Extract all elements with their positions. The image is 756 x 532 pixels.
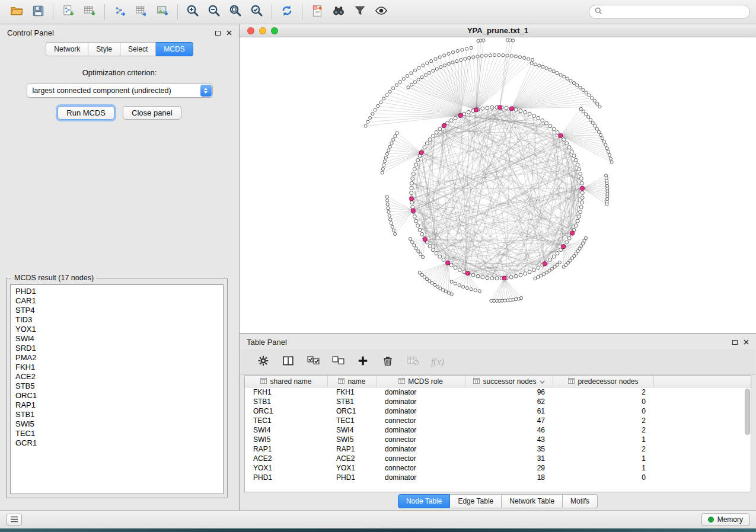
- mcds-result-item[interactable]: RAP1: [11, 400, 223, 410]
- apply-layout-icon: [280, 4, 294, 20]
- apply-layout-button[interactable]: [276, 3, 298, 21]
- mcds-result-item[interactable]: FKH1: [11, 363, 223, 372]
- table-cell: 61: [465, 406, 553, 416]
- tab-select[interactable]: Select: [120, 42, 156, 56]
- table-row[interactable]: ACE2ACE2connector311: [245, 454, 751, 463]
- export-image-button[interactable]: [152, 3, 173, 21]
- optimization-criterion-select[interactable]: largest connected component (undirected): [27, 84, 213, 98]
- float-panel-icon[interactable]: [215, 31, 221, 36]
- mcds-result-item[interactable]: STB1: [11, 410, 223, 419]
- close-table-panel-icon[interactable]: [744, 338, 749, 347]
- mcds-result-item[interactable]: SRD1: [11, 344, 223, 353]
- mcds-result-item[interactable]: SWI4: [11, 334, 223, 344]
- add-row-button[interactable]: [352, 353, 374, 371]
- save-session-button[interactable]: [27, 3, 49, 21]
- table-scrollbar-thumb[interactable]: [745, 389, 750, 435]
- zoom-fit-icon: [229, 4, 242, 20]
- network-view[interactable]: [240, 37, 756, 333]
- tab-motifs[interactable]: Motifs: [563, 494, 598, 508]
- filter-button[interactable]: [349, 3, 371, 21]
- table-row[interactable]: TEC1TEC1connector472: [245, 416, 751, 425]
- control-panel: Control Panel NetworkStyleSelectMCDS Opt…: [0, 24, 240, 510]
- memory-status-icon: [708, 517, 714, 523]
- export-table-button[interactable]: [130, 3, 152, 21]
- close-panel-button[interactable]: Close panel: [123, 106, 181, 120]
- mcds-result-item[interactable]: PHD1: [11, 287, 223, 296]
- column-header-successor-nodes[interactable]: successor nodes: [465, 376, 553, 387]
- zoom-fit-button[interactable]: [225, 3, 246, 21]
- hide-columns-button[interactable]: [401, 353, 424, 371]
- deselect-all-button[interactable]: [327, 353, 349, 371]
- delete-rows-button[interactable]: [377, 353, 399, 371]
- zoom-out-button[interactable]: [203, 3, 225, 21]
- mcds-result-item[interactable]: TID3: [11, 315, 223, 325]
- mcds-result-item[interactable]: PMA2: [11, 353, 223, 363]
- table-cell: 1: [553, 435, 654, 444]
- tab-node-table[interactable]: Node Table: [398, 494, 451, 508]
- table-settings-button[interactable]: [252, 353, 275, 371]
- mcds-result-item[interactable]: STB5: [11, 382, 223, 391]
- table-row[interactable]: STB1STB1dominator620: [245, 397, 751, 406]
- sort-table-icon: [338, 377, 344, 386]
- select-all-icon: [307, 354, 320, 369]
- tab-style[interactable]: Style: [88, 42, 120, 56]
- show-hide-eye-button[interactable]: [371, 3, 392, 21]
- close-panel-icon[interactable]: [227, 28, 232, 37]
- apply-function-button[interactable]: f(x): [426, 353, 449, 371]
- mcds-result-list[interactable]: PHD1CAR1STP4TID3YOX1SWI4SRD1PMA2FKH1ACE2…: [10, 284, 224, 494]
- toolbar-separator: [272, 4, 272, 20]
- mcds-result-item[interactable]: ACE2: [11, 372, 223, 382]
- export-document-button[interactable]: [307, 3, 328, 21]
- float-table-panel-icon[interactable]: [732, 340, 738, 345]
- import-table-button[interactable]: [79, 3, 100, 21]
- column-header-shared-name[interactable]: shared name: [245, 376, 328, 387]
- zoom-in-button[interactable]: [182, 3, 203, 21]
- mcds-result-item[interactable]: STP4: [11, 306, 223, 315]
- table-cell: YOX1: [328, 463, 377, 473]
- tab-mcds[interactable]: MCDS: [156, 42, 193, 56]
- add-row-icon: [357, 355, 369, 369]
- search-box[interactable]: [589, 5, 750, 19]
- table-cell: dominator: [377, 397, 465, 406]
- node-table-header: shared namenameMCDS rolesuccessor nodesp…: [245, 376, 751, 387]
- table-cell: ORC1: [328, 406, 377, 416]
- mcds-result-title: MCDS result (17 nodes): [11, 274, 97, 282]
- table-cell-filler: [654, 416, 751, 425]
- tab-network[interactable]: Network: [46, 42, 88, 56]
- mcds-result-item[interactable]: YOX1: [11, 325, 223, 334]
- table-row[interactable]: YOX1YOX1connector291: [245, 463, 751, 473]
- table-cell: dominator: [377, 425, 465, 435]
- search-binoculars-button[interactable]: [328, 3, 349, 21]
- tab-network-table[interactable]: Network Table: [502, 494, 563, 508]
- table-row[interactable]: PHD1PHD1dominator180: [245, 473, 751, 482]
- select-all-button[interactable]: [302, 353, 324, 371]
- run-mcds-button[interactable]: Run MCDS: [58, 106, 114, 120]
- tab-edge-table[interactable]: Edge Table: [450, 494, 502, 508]
- zoom-selected-button[interactable]: [246, 3, 267, 21]
- mcds-result-item[interactable]: SWI5: [11, 419, 223, 429]
- column-header-predecessor-nodes[interactable]: predecessor nodes: [553, 376, 654, 387]
- mcds-result-item[interactable]: GCR1: [11, 438, 223, 448]
- table-cell: 47: [465, 416, 553, 425]
- table-row[interactable]: SWI5SWI5connector431: [245, 435, 751, 444]
- open-file-button[interactable]: [6, 3, 27, 21]
- mcds-result-item[interactable]: ORC1: [11, 391, 223, 400]
- chevron-down-icon[interactable]: [540, 377, 545, 386]
- search-input[interactable]: [606, 8, 744, 16]
- column-header-name[interactable]: name: [328, 376, 377, 387]
- menu-lines-icon: [10, 514, 18, 525]
- column-header-MCDS-role[interactable]: MCDS role: [377, 376, 465, 387]
- table-row[interactable]: ORC1ORC1dominator610: [245, 406, 751, 416]
- memory-button[interactable]: Memory: [701, 513, 749, 526]
- network-titlebar: YPA_prune.txt_1: [240, 24, 756, 37]
- export-network-button[interactable]: [109, 3, 130, 21]
- import-network-button[interactable]: [58, 3, 79, 21]
- table-row[interactable]: RAP1RAP1dominator352: [245, 444, 751, 454]
- mcds-result-item[interactable]: TEC1: [11, 429, 223, 438]
- table-row[interactable]: FKH1FKH1dominator962: [245, 387, 751, 397]
- task-history-button[interactable]: [7, 514, 22, 525]
- mcds-result-item[interactable]: CAR1: [11, 296, 223, 306]
- toolbar-separator: [302, 4, 302, 20]
- table-row[interactable]: SWI4SWI4dominator462: [245, 425, 751, 435]
- show-columns-button[interactable]: [277, 353, 299, 371]
